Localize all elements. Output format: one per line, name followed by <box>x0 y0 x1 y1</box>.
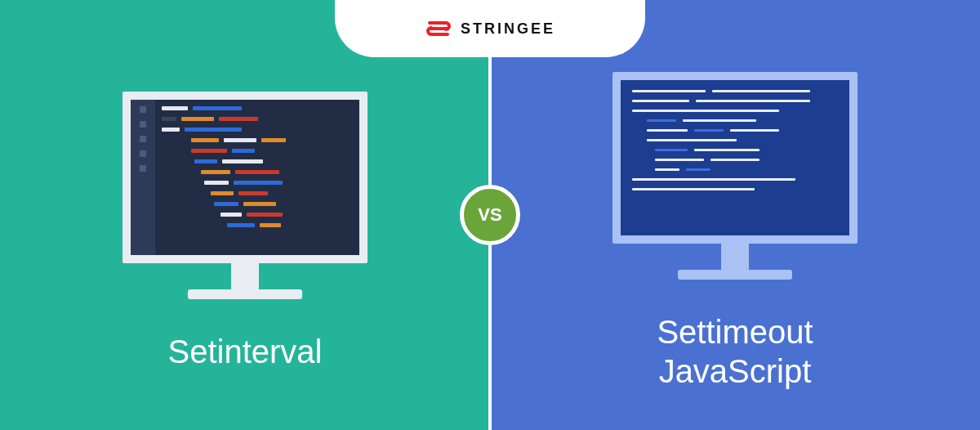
monitor-base <box>188 289 302 299</box>
panel-setinterval: Setinterval <box>0 0 490 430</box>
screen-left <box>122 92 368 263</box>
monitor-neck <box>721 244 749 270</box>
caption-right: Settimeout JavaScript <box>657 312 813 391</box>
sidebar-dot-icon <box>140 165 146 172</box>
editor-sidebar <box>131 100 155 255</box>
code-illustration-left <box>162 106 354 234</box>
brand-name: STRINGEE <box>461 20 555 38</box>
monitor-right <box>612 72 858 280</box>
screen-right <box>612 72 858 244</box>
monitor-base <box>678 270 792 280</box>
panel-settimeout: Settimeout JavaScript <box>490 0 980 430</box>
stringee-logo-icon <box>425 15 452 43</box>
monitor-neck <box>231 263 259 289</box>
comparison-banner: Setinterval <box>0 0 980 430</box>
vs-badge: VS <box>460 185 520 245</box>
brand-logo: STRINGEE <box>425 15 555 43</box>
sidebar-dot-icon <box>140 121 146 128</box>
sidebar-dot-icon <box>140 136 146 142</box>
brand-notch: STRINGEE <box>335 0 645 57</box>
code-illustration-right <box>632 90 838 198</box>
sidebar-dot-icon <box>140 106 146 113</box>
monitor-left <box>122 92 368 299</box>
caption-left: Setinterval <box>168 332 323 371</box>
vs-label: VS <box>478 204 501 226</box>
sidebar-dot-icon <box>140 150 146 157</box>
